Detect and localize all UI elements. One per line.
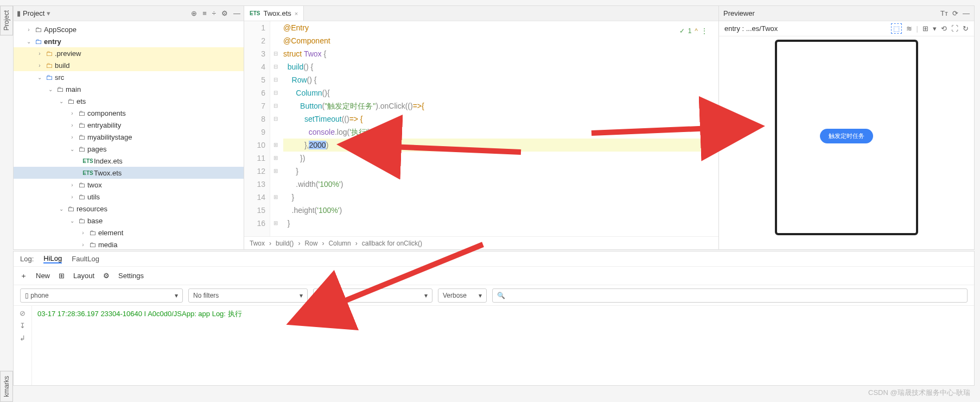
collapse-icon[interactable]: ÷ — [212, 9, 216, 17]
wrap-icon[interactable]: ↲ — [20, 334, 26, 342]
tree-pages[interactable]: ⌄🗀pages — [14, 143, 244, 155]
tree-main[interactable]: ⌄🗀main — [14, 83, 244, 95]
hide-icon[interactable]: — — [233, 9, 240, 17]
tree-entryability[interactable]: ›🗀entryability — [14, 119, 244, 131]
grid-icon[interactable]: ⊞ — [922, 24, 928, 33]
tree-index-ets[interactable]: ETSIndex.ets — [14, 155, 244, 167]
filter-select[interactable]: No filters▾ — [188, 288, 308, 303]
more-icon[interactable]: ⋮ — [701, 24, 708, 37]
log-gutter: ⊘ ↧ ↲ — [14, 306, 32, 385]
watermark: CSDN @瑞晟技术服务中心-耿瑞 — [868, 388, 970, 398]
settings-button[interactable]: Settings — [118, 272, 144, 280]
hide-icon[interactable]: — — [963, 9, 970, 17]
project-panel: ▮ Project ▾ ⊕ ≡ ÷ ⚙ — ›🗀AppScope ⌄🗀entry… — [14, 6, 244, 249]
warn-icon: ^ — [695, 24, 698, 37]
breadcrumb[interactable]: Twox › build() › Row › Column › callback… — [244, 236, 718, 249]
editor-tab-twox[interactable]: ETS Twox.ets × — [244, 6, 304, 21]
tree-twox-ets[interactable]: ETSTwox.ets — [14, 167, 244, 179]
tree-resources[interactable]: ⌄🗀resources — [14, 203, 244, 215]
check-icon: ✓ — [679, 24, 685, 37]
tree-utils[interactable]: ›🗀utils — [14, 191, 244, 203]
preview-entry: entry : ...es/Twox — [724, 24, 778, 33]
expand-icon[interactable]: ≡ — [202, 9, 207, 17]
dropdown-icon[interactable]: ▾ — [47, 9, 50, 17]
search-input[interactable]: 🔍 Q — [492, 288, 968, 303]
log-output[interactable]: 03-17 17:28:36.197 23304-10640 I A0c0d0/… — [32, 306, 974, 385]
clear-icon[interactable]: ⊘ — [20, 309, 26, 317]
folder-icon: ▮ — [17, 9, 21, 17]
fold-column[interactable]: ⊟⊟⊟⊟⊟⊟⊞⊞⊞⊞⊞ — [270, 21, 281, 236]
ets-icon: ETS — [250, 10, 260, 16]
project-title: Project — [23, 9, 44, 17]
tree-myabilitystage[interactable]: ›🗀myabilitystage — [14, 131, 244, 143]
tree-src[interactable]: ⌄🗀src — [14, 71, 244, 83]
empty-select[interactable]: ▾ — [313, 288, 432, 303]
select-icon[interactable]: ⬚ — [891, 23, 902, 34]
tab-faultlog[interactable]: FaultLog — [72, 255, 99, 263]
reload-icon[interactable]: ↻ — [963, 24, 969, 33]
tree-preview[interactable]: ›🗀.preview — [14, 47, 244, 59]
previewer-panel: Previewer Tт ⟳ — entry : ...es/Twox ⬚ ≋ … — [719, 6, 974, 249]
tree-build[interactable]: ›🗀build — [14, 59, 244, 71]
log-panel: Log: HiLog FaultLog ＋ New ⊞ Layout ⚙ Set… — [13, 251, 975, 386]
new-button[interactable]: New — [36, 272, 50, 280]
tab-hilog[interactable]: HiLog — [43, 254, 62, 263]
tree-base[interactable]: ⌄🗀base — [14, 215, 244, 227]
font-icon[interactable]: Tт — [940, 9, 948, 17]
editor-tabs: ETS Twox.ets × — [244, 6, 718, 21]
editor-status: ✓ 1 ^ ⋮ — [679, 24, 708, 37]
tree-appscope[interactable]: ›🗀AppScope — [14, 23, 244, 35]
tree-element[interactable]: ›🗀element — [14, 227, 244, 238]
tree-components[interactable]: ›🗀components — [14, 107, 244, 119]
rotate-icon[interactable]: ⟲ — [941, 24, 947, 33]
gear-icon[interactable]: ⚙ — [221, 9, 228, 17]
scroll-icon[interactable]: ↧ — [20, 322, 26, 330]
phone-frame: 触发定时任务 — [775, 40, 918, 235]
previewer-title: Previewer — [723, 9, 755, 17]
level-select[interactable]: Verbose▾ — [438, 288, 487, 303]
bookmarks-vertical-tab[interactable]: kmarks — [0, 371, 13, 402]
tree-entry[interactable]: ⌄🗀entry — [14, 35, 244, 47]
gear-icon[interactable]: ⚙ — [103, 272, 110, 280]
project-tree[interactable]: ›🗀AppScope ⌄🗀entry ›🗀.preview ›🗀build ⌄🗀… — [14, 21, 244, 249]
layout-button[interactable]: Layout — [73, 272, 94, 280]
code-area[interactable]: ✓ 1 ^ ⋮ @Entry @Component struct Twox { … — [281, 21, 718, 236]
log-label: Log: — [20, 255, 34, 263]
target-icon[interactable]: ⊕ — [191, 9, 197, 17]
line-gutter: 1234 5678 9101112 13141516 — [244, 21, 270, 236]
chevron-down-icon[interactable]: ▾ — [933, 24, 937, 33]
device-select[interactable]: ▯ phone▾ — [20, 288, 183, 303]
trigger-button[interactable]: 触发定时任务 — [820, 129, 873, 143]
expand-icon[interactable]: ⛶ — [951, 24, 958, 33]
editor-panel: ETS Twox.ets × 1234 5678 9101112 1314151… — [244, 6, 719, 249]
close-icon[interactable]: × — [295, 10, 298, 17]
add-icon[interactable]: ＋ — [20, 271, 27, 281]
code-editor[interactable]: 1234 5678 9101112 13141516 ⊟⊟⊟⊟⊟⊟⊞⊞⊞⊞⊞ ✓… — [244, 21, 718, 236]
tree-media[interactable]: ›🗀media — [14, 238, 244, 249]
tree-twox[interactable]: ›🗀twox — [14, 179, 244, 191]
tab-label: Twox.ets — [263, 9, 291, 17]
project-vertical-tab[interactable]: Project — [0, 5, 13, 35]
preview-area: 触发定时任务 — [719, 36, 974, 249]
layers-icon[interactable]: ≋ — [906, 24, 912, 33]
layout-icon[interactable]: ⊞ — [59, 272, 65, 280]
refresh-icon[interactable]: ⟳ — [952, 9, 958, 17]
tree-ets[interactable]: ⌄🗀ets — [14, 95, 244, 107]
